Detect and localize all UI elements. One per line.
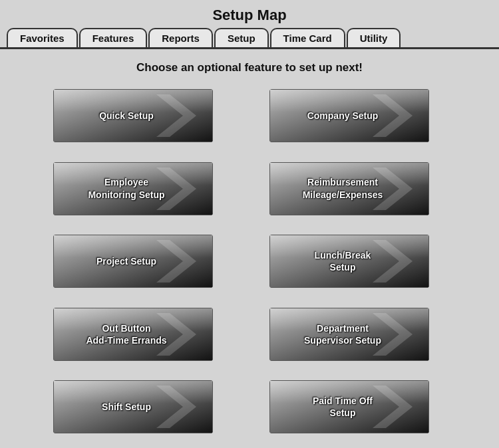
tab-favorites[interactable]: Favorites bbox=[7, 28, 78, 47]
tab-features[interactable]: Features bbox=[79, 28, 148, 47]
svg-rect-38 bbox=[269, 380, 429, 403]
button-reimbursement-mileage[interactable]: Reimbursement Mileage/Expenses bbox=[269, 162, 429, 215]
button-grid: Quick SetupCompany SetupEmployee Monitor… bbox=[0, 82, 499, 448]
svg-rect-34 bbox=[53, 380, 213, 403]
tab-setup[interactable]: Setup bbox=[214, 28, 269, 47]
tab-reports[interactable]: Reports bbox=[148, 28, 213, 47]
tab-timecard[interactable]: Time Card bbox=[270, 28, 345, 47]
page-title: Setup Map bbox=[0, 0, 499, 28]
button-lunch-break-setup[interactable]: Lunch/Break Setup bbox=[269, 235, 429, 288]
svg-rect-22 bbox=[269, 235, 429, 258]
svg-rect-10 bbox=[53, 162, 213, 185]
button-company-setup[interactable]: Company Setup bbox=[269, 89, 429, 142]
button-quick-setup[interactable]: Quick Setup bbox=[53, 89, 213, 142]
button-out-button-add-time[interactable]: Out Button Add-Time Errands bbox=[53, 308, 213, 361]
svg-rect-18 bbox=[53, 235, 213, 258]
tab-utility[interactable]: Utility bbox=[347, 28, 401, 47]
button-shift-setup[interactable]: Shift Setup bbox=[53, 380, 213, 433]
svg-rect-30 bbox=[269, 308, 429, 331]
button-department-supervisor-setup[interactable]: Department Supervisor Setup bbox=[269, 308, 429, 361]
subtitle: Choose an optional feature to set up nex… bbox=[0, 49, 499, 82]
button-paid-time-off-setup[interactable]: Paid Time Off Setup bbox=[269, 380, 429, 433]
svg-rect-6 bbox=[269, 89, 429, 112]
button-project-setup[interactable]: Project Setup bbox=[53, 235, 213, 288]
svg-rect-2 bbox=[53, 89, 213, 112]
svg-rect-26 bbox=[53, 308, 213, 331]
nav-bar: FavoritesFeaturesReportsSetupTime CardUt… bbox=[0, 28, 499, 49]
svg-rect-14 bbox=[269, 162, 429, 185]
button-employee-monitoring-setup[interactable]: Employee Monitoring Setup bbox=[53, 162, 213, 215]
